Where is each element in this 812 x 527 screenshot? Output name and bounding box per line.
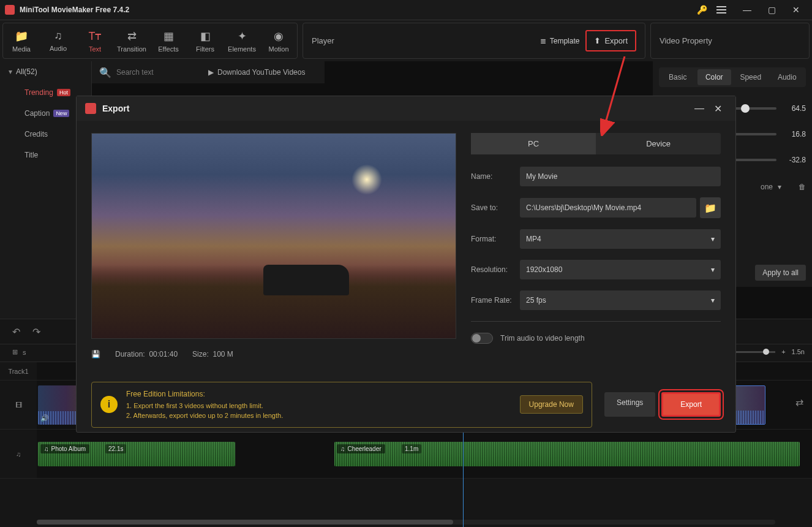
resolution-select[interactable]: 1920x1080▾ <box>520 260 721 279</box>
transition-tab[interactable]: ⇄Transition <box>113 23 150 58</box>
player-label: Player <box>312 36 534 45</box>
chevron-down-icon: ▾ <box>778 183 781 191</box>
timeline-scrollbar[interactable] <box>37 520 775 525</box>
format-label: Format: <box>471 235 520 243</box>
saveto-label: Save to: <box>471 203 520 212</box>
sidebar-all[interactable]: ▾All(52) <box>0 61 91 82</box>
undo-button[interactable]: ↶ <box>12 326 20 338</box>
chevron-down-icon: ▾ <box>711 265 715 274</box>
prop-tab-color[interactable]: Color <box>697 69 732 85</box>
elements-tab[interactable]: ✦Elements <box>224 23 260 58</box>
music-icon: ♫ <box>340 445 345 452</box>
none-select[interactable]: one <box>761 183 773 191</box>
motion-tab[interactable]: ◉Motion <box>260 23 297 58</box>
saveto-input[interactable] <box>520 198 696 218</box>
browse-button[interactable]: 📁 <box>700 197 721 218</box>
framerate-label: Frame Rate: <box>471 296 520 305</box>
effects-icon: ▦ <box>164 29 174 43</box>
export-preview <box>91 133 456 339</box>
limitations-title: Free Edition Limitations: <box>126 389 511 400</box>
trim-label: Trim audio to video length <box>500 334 585 343</box>
dialog-minimize-button[interactable]: — <box>690 103 709 114</box>
apply-to-all-button[interactable]: Apply to all <box>755 265 806 281</box>
duration-value: 00:01:40 <box>149 350 178 358</box>
export-tab-device[interactable]: Device <box>596 133 721 154</box>
chevron-down-icon: ▾ <box>9 67 12 76</box>
video-property-label: Video Property <box>650 23 810 59</box>
app-title: MiniTool MovieMaker Free 7.4.2 <box>20 6 697 14</box>
chevron-down-icon: ▾ <box>711 235 715 243</box>
name-input[interactable] <box>520 167 721 186</box>
text-icon: Tᴛ <box>89 29 102 43</box>
trash-icon[interactable]: 🗑 <box>799 183 806 191</box>
download-youtube-button[interactable]: ▶Download YouTube Videos <box>208 61 305 83</box>
video-track-icon: 🎞 <box>0 381 37 429</box>
track1-label: Track1 <box>0 362 37 380</box>
media-tab[interactable]: 📁Media <box>3 23 40 58</box>
folder-icon: 📁 <box>704 202 716 214</box>
transition-icon: ⇄ <box>127 29 137 43</box>
prop-tab-basic[interactable]: Basic <box>661 69 695 85</box>
size-value: 100 M <box>212 350 233 358</box>
timeline-end: 1.5n <box>792 348 805 355</box>
new-badge: New <box>53 110 69 117</box>
resolution-label: Resolution: <box>471 265 520 274</box>
export-title: Export <box>102 104 690 113</box>
info-icon: i <box>100 396 118 413</box>
layers-icon: ≣ <box>540 37 546 45</box>
titlebar: MiniTool MovieMaker Free 7.4.2 🔑 — ▢ ✕ <box>0 0 812 20</box>
audio-clip-2[interactable]: ♫Cheerleader 1.1m <box>334 442 800 466</box>
redo-button[interactable]: ↷ <box>32 326 40 338</box>
prop-tab-speed[interactable]: Speed <box>734 69 768 85</box>
youtube-icon: ▶ <box>208 68 214 77</box>
music-icon: ♫ <box>54 29 62 42</box>
close-button[interactable]: ✕ <box>785 1 807 18</box>
zoom-in-button[interactable]: + <box>781 348 785 355</box>
main-toolbar: 📁Media ♫Audio TᴛText ⇄Transition ▦Effect… <box>0 20 812 61</box>
limitations-box: i Free Edition Limitations: 1. Export th… <box>91 382 592 428</box>
framerate-select[interactable]: 25 fps▾ <box>520 290 721 310</box>
hot-badge: Hot <box>57 89 70 96</box>
export-dialog: Export — ✕ 💾 Duration: 00:01:40 Size: 10… <box>76 96 736 433</box>
filters-tab[interactable]: ◧Filters <box>187 23 224 58</box>
filters-icon: ◧ <box>200 29 211 43</box>
folder-icon: 📁 <box>15 29 28 43</box>
export-logo <box>85 103 96 114</box>
save-icon: 💾 <box>91 350 100 358</box>
upgrade-button[interactable]: Upgrade Now <box>520 395 583 414</box>
export-tab-pc[interactable]: PC <box>471 133 596 154</box>
export-top-button[interactable]: ⬆Export <box>585 30 636 51</box>
s-label: s <box>23 349 26 356</box>
menu-icon[interactable] <box>716 5 726 15</box>
audio-clip-1[interactable]: ♫Photo Album 22.1s <box>38 442 235 466</box>
add-track-icon[interactable]: ⊞ <box>12 348 18 356</box>
music-icon: ♫ <box>44 445 49 452</box>
text-tab[interactable]: TᴛText <box>77 23 113 58</box>
export-button[interactable]: Export <box>661 392 721 417</box>
trim-toggle[interactable] <box>471 333 493 344</box>
motion-icon: ◉ <box>274 29 284 43</box>
chevron-down-icon: ▾ <box>711 296 715 305</box>
speaker-icon: 🔊 <box>40 414 49 422</box>
maximize-button[interactable]: ▢ <box>761 1 783 18</box>
audio-track-icon: ♫ <box>0 430 37 478</box>
audio-track[interactable]: ♫Photo Album 22.1s ♫Cheerleader 1.1m <box>37 430 812 478</box>
settings-button[interactable]: Settings <box>604 392 655 417</box>
minimize-button[interactable]: — <box>736 1 758 18</box>
limitations-line2: 2. Afterwards, export video up to 2 minu… <box>126 411 511 421</box>
swap-icon[interactable]: ⇄ <box>795 396 803 408</box>
limitations-line1: 1. Export the first 3 videos without len… <box>126 401 511 411</box>
elements-icon: ✦ <box>238 29 247 43</box>
search-icon: 🔍 <box>99 67 111 78</box>
app-logo <box>5 5 15 15</box>
name-label: Name: <box>471 172 520 181</box>
audio-tab[interactable]: ♫Audio <box>40 23 77 58</box>
dialog-close-button[interactable]: ✕ <box>709 103 727 115</box>
prop-tab-audio[interactable]: Audio <box>770 69 805 85</box>
template-button[interactable]: ≣Template <box>534 33 586 49</box>
format-select[interactable]: MP4▾ <box>520 229 721 249</box>
effects-tab[interactable]: ▦Effects <box>150 23 187 58</box>
upload-icon: ⬆ <box>594 36 601 45</box>
key-icon[interactable]: 🔑 <box>697 5 707 15</box>
